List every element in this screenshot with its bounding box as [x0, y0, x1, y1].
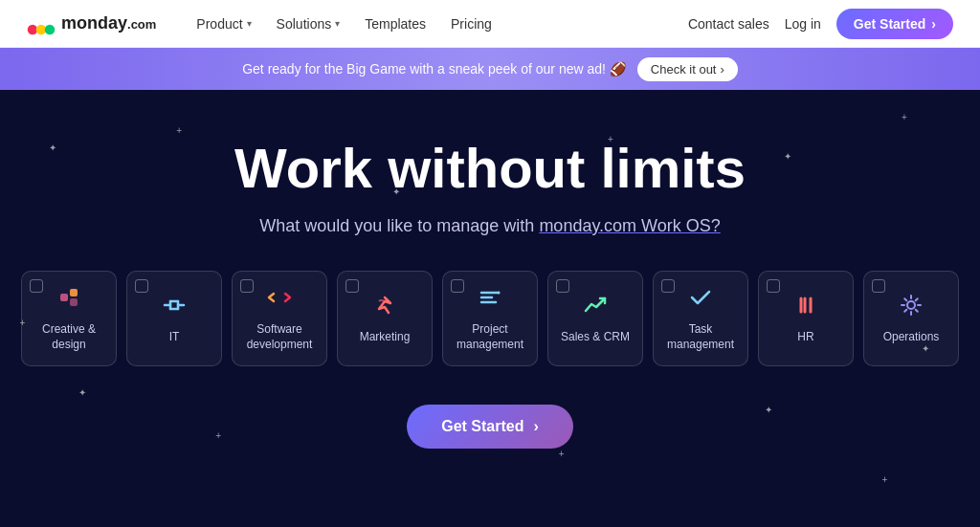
nav-templates[interactable]: Templates: [355, 11, 435, 37]
get-started-hero-button[interactable]: Get Started ›: [407, 405, 573, 449]
get-started-nav-button[interactable]: Get Started ›: [836, 9, 953, 39]
card-operations[interactable]: Operations: [863, 271, 959, 366]
check-it-out-button[interactable]: Check it out ›: [637, 57, 738, 81]
card-hr[interactable]: HR: [758, 271, 854, 366]
card-label-task: Taskmanagement: [667, 322, 734, 352]
hero-subtitle: What would you like to manage with monda…: [259, 216, 721, 236]
card-checkbox-hr: [767, 279, 780, 293]
nav-product[interactable]: Product ▾: [187, 11, 260, 37]
card-checkbox-project: [451, 279, 464, 293]
svg-rect-3: [60, 294, 68, 301]
nav-right: Contact sales Log in Get Started ›: [688, 9, 953, 39]
card-software-development[interactable]: Softwaredevelopment: [232, 271, 327, 366]
star-icon-13: +: [882, 474, 888, 485]
star-icon-6: +: [902, 112, 907, 122]
star-icon-9: +: [215, 430, 221, 441]
logo-text: monday.com: [61, 13, 156, 33]
svg-line-26: [916, 298, 918, 300]
svg-point-1: [36, 24, 47, 34]
svg-rect-4: [70, 289, 78, 296]
star-icon-11: ✦: [765, 405, 772, 415]
card-checkbox-sales: [556, 279, 569, 293]
it-icon: [161, 292, 188, 322]
card-label-it: IT: [169, 330, 180, 345]
card-label-operations: Operations: [883, 330, 940, 345]
svg-point-0: [28, 24, 38, 34]
get-started-nav-arrow: ›: [931, 16, 936, 32]
card-label-project: Projectmanagement: [457, 322, 523, 352]
get-started-hero-arrow: ›: [533, 418, 538, 435]
card-sales-crm[interactable]: Sales & CRM: [547, 271, 643, 366]
card-project-management[interactable]: Projectmanagement: [442, 271, 538, 366]
star-icon-8: ✦: [78, 387, 86, 398]
login-link[interactable]: Log in: [785, 16, 821, 32]
card-marketing[interactable]: Marketing: [337, 271, 433, 366]
card-checkbox-creative: [30, 279, 43, 293]
card-it[interactable]: IT: [126, 271, 222, 366]
logo[interactable]: monday.com: [27, 10, 156, 38]
svg-line-27: [904, 310, 906, 312]
card-task-management[interactable]: Taskmanagement: [653, 271, 748, 366]
nav-solutions[interactable]: Solutions ▾: [267, 11, 350, 37]
card-checkbox-software: [240, 279, 254, 293]
announcement-banner: Get ready for the Big Game with a sneak …: [0, 48, 980, 90]
check-it-out-arrow: ›: [720, 62, 724, 77]
svg-point-15: [498, 292, 501, 295]
solutions-chevron-icon: ▾: [335, 18, 340, 29]
nav-links: Product ▾ Solutions ▾ Templates Pricing: [187, 11, 688, 37]
star-icon-1: ✦: [49, 143, 56, 153]
card-checkbox-task: [661, 279, 675, 293]
cards-row: Creative &design IT: [19, 271, 961, 366]
task-icon: [687, 284, 714, 315]
svg-point-19: [907, 301, 915, 309]
svg-rect-5: [70, 298, 78, 306]
card-label-sales: Sales & CRM: [561, 330, 630, 345]
hr-icon: [792, 292, 819, 322]
card-checkbox-operations: [872, 279, 885, 293]
star-icon-5: ✦: [784, 151, 791, 162]
contact-sales-link[interactable]: Contact sales: [688, 16, 769, 32]
card-label-marketing: Marketing: [360, 330, 411, 345]
hero-section: ✦ + ✦ + ✦ + + ✦ + + ✦ ✦ + Work without l…: [0, 90, 980, 527]
operations-icon: [898, 292, 924, 322]
card-label-hr: HR: [797, 330, 813, 345]
nav-pricing[interactable]: Pricing: [441, 11, 501, 37]
star-icon-10: +: [559, 449, 565, 459]
sales-icon: [582, 292, 609, 322]
navbar: monday.com Product ▾ Solutions ▾ Templat…: [0, 0, 980, 48]
announcement-text: Get ready for the Big Game with a sneak …: [242, 61, 626, 77]
monday-logo-icon: [27, 10, 56, 38]
svg-point-2: [45, 24, 56, 34]
marketing-icon: [371, 292, 398, 322]
hero-title: Work without limits: [234, 138, 746, 199]
creative-icon: [56, 284, 82, 315]
card-label-software: Softwaredevelopment: [247, 322, 313, 352]
project-icon: [477, 284, 503, 315]
card-checkbox-marketing: [345, 279, 359, 293]
svg-line-24: [904, 298, 906, 300]
product-chevron-icon: ▾: [247, 18, 252, 29]
software-icon: [266, 284, 293, 315]
card-label-creative: Creative &design: [42, 322, 96, 352]
star-icon-2: +: [176, 125, 182, 136]
card-creative-design[interactable]: Creative &design: [21, 271, 117, 366]
svg-line-25: [916, 310, 918, 312]
card-checkbox-it: [135, 279, 148, 293]
